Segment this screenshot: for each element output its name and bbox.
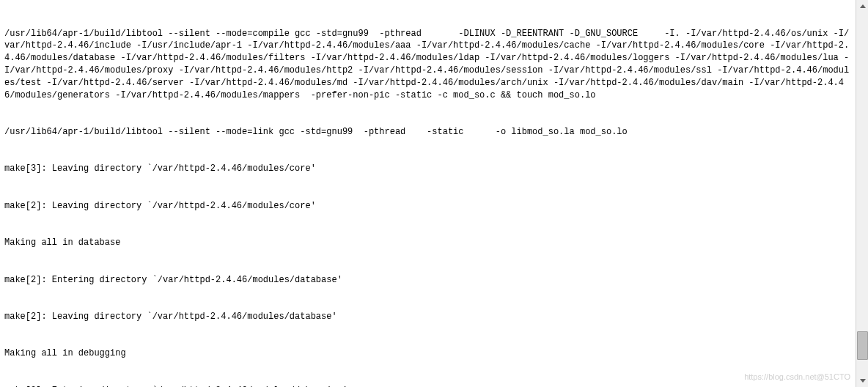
terminal-line: Making all in debugging [4,347,850,360]
vertical-scrollbar[interactable] [856,0,868,387]
terminal-line: Making all in database [4,237,850,249]
terminal-line: /usr/lib64/apr-1/build/libtool --silent … [4,28,850,102]
terminal-line: make[3]: Leaving directory `/var/httpd-2… [4,163,850,175]
scroll-down-arrow-icon[interactable] [856,375,868,387]
scroll-up-arrow-icon[interactable] [856,0,868,12]
watermark-text: https://blog.csdn.net@51CTO [744,372,850,383]
scroll-track[interactable] [856,12,868,375]
terminal-line: make[2]: Entering directory `/var/httpd-… [4,274,850,287]
terminal-line: /usr/lib64/apr-1/build/libtool --silent … [4,126,850,139]
terminal-line: make[2]: Leaving directory `/var/httpd-2… [4,311,850,323]
terminal-output[interactable]: /usr/lib64/apr-1/build/libtool --silent … [0,0,855,387]
scroll-thumb[interactable] [857,331,868,361]
terminal-line: make[2]: Leaving directory `/var/httpd-2… [4,200,850,213]
